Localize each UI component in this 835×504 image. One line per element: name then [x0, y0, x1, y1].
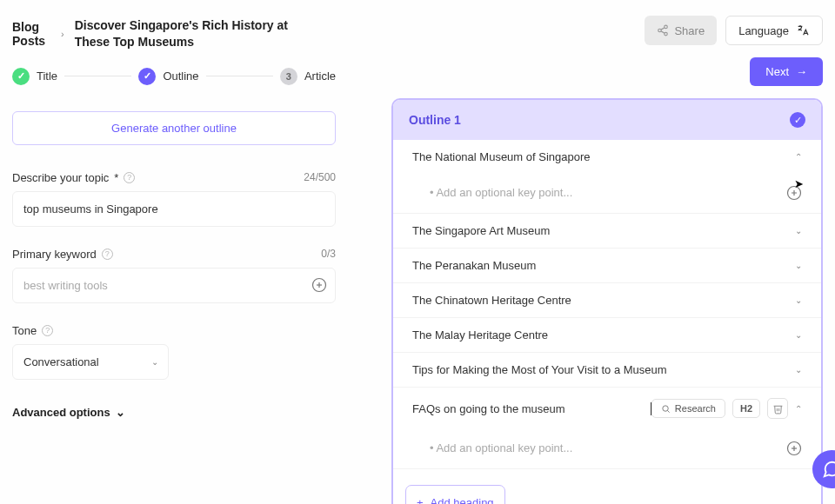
step-divider [206, 76, 273, 76]
outline-item-title: The Chinatown Heritage Centre [412, 294, 795, 307]
add-heading-button[interactable]: + Add heading [405, 485, 505, 504]
heading-level-button[interactable]: H2 [732, 399, 760, 418]
chevron-up-icon[interactable]: ⌃ [795, 152, 802, 162]
keyword-label: Primary keyword ? [12, 248, 113, 261]
plus-icon: + [417, 496, 424, 504]
keyword-counter: 0/3 [321, 248, 336, 260]
next-button[interactable]: Next → [750, 57, 823, 86]
outline-item[interactable]: The National Museum of Singapore ⌃ [393, 140, 821, 174]
chevron-right-icon: › [61, 29, 64, 39]
topic-input[interactable] [12, 191, 336, 227]
breadcrumb-root[interactable]: Blog Posts [12, 20, 50, 48]
add-keypoint-button[interactable] [786, 185, 802, 201]
svg-line-6 [661, 31, 665, 33]
help-icon[interactable]: ? [102, 249, 113, 260]
add-keypoint-button[interactable] [786, 441, 802, 456]
chevron-down-icon: ⌄ [151, 357, 158, 367]
trash-icon [772, 403, 784, 414]
outline-item-title: The National Museum of Singapore [412, 150, 795, 163]
outline-title: Outline 1 [409, 113, 461, 127]
chevron-up-icon[interactable]: ⌃ [795, 404, 802, 414]
outline-item[interactable]: The Chinatown Heritage Centre⌄ [393, 283, 821, 317]
outline-item-title: Tips for Making the Most of Your Visit t… [412, 363, 795, 376]
outline-item[interactable]: The Malay Heritage Centre⌄ [393, 318, 821, 352]
share-icon [657, 24, 669, 36]
outline-item-title[interactable]: FAQs on going to the museum [412, 402, 651, 415]
help-icon[interactable]: ? [42, 325, 53, 336]
generate-outline-button[interactable]: Generate another outline [12, 111, 336, 145]
breadcrumb-title: Discover Singapore's Rich History at The… [75, 17, 318, 50]
step-label: Outline [163, 70, 198, 83]
svg-line-12 [667, 410, 669, 412]
step-article[interactable]: 3 Article [280, 68, 336, 85]
stepper: ✓ Title ✓ Outline 3 Article [12, 68, 336, 85]
check-icon: ✓ [12, 68, 30, 85]
outline-item-title: The Malay Heritage Centre [412, 328, 795, 342]
step-label: Article [304, 70, 336, 83]
delete-button[interactable] [767, 398, 788, 419]
keyword-input[interactable] [12, 268, 336, 303]
selected-check-icon[interactable]: ✓ [790, 112, 805, 128]
chevron-down-icon[interactable]: ⌄ [795, 330, 802, 340]
outline-item[interactable]: FAQs on going to the museum Research H2 … [393, 388, 821, 429]
check-icon: ✓ [138, 68, 156, 85]
svg-point-3 [665, 25, 668, 29]
keypoint-input[interactable] [412, 182, 786, 202]
outline-item-title: The Peranakan Museum [412, 259, 795, 272]
chevron-down-icon: ⌄ [116, 406, 125, 419]
language-button[interactable]: Language [725, 16, 823, 45]
outline-card: Outline 1 ✓ The National Museum of Singa… [391, 98, 823, 504]
outline-item[interactable]: Tips for Making the Most of Your Visit t… [393, 353, 821, 387]
step-number: 3 [280, 68, 297, 85]
required-asterisk: * [114, 171, 118, 184]
tone-select[interactable]: Conversational [12, 344, 169, 380]
search-icon [661, 404, 671, 414]
outline-item[interactable]: The Singapore Art Museum⌄ [393, 214, 821, 248]
svg-line-7 [661, 28, 665, 30]
outline-item[interactable]: The Peranakan Museum⌄ [393, 249, 821, 282]
arrow-right-icon: → [796, 65, 807, 78]
research-button[interactable]: Research [651, 399, 725, 418]
step-outline[interactable]: ✓ Outline [138, 68, 198, 85]
topic-counter: 24/500 [304, 171, 336, 183]
chevron-down-icon[interactable]: ⌄ [795, 261, 802, 270]
chat-icon [822, 460, 835, 479]
help-icon[interactable]: ? [124, 172, 135, 183]
svg-point-11 [663, 405, 668, 410]
step-title[interactable]: ✓ Title [12, 68, 57, 85]
topic-label: Describe your topic * ? [12, 171, 135, 184]
chevron-down-icon[interactable]: ⌄ [795, 226, 802, 235]
translate-icon [796, 23, 810, 37]
chevron-down-icon[interactable]: ⌄ [795, 365, 802, 375]
add-keyword-button[interactable] [311, 277, 327, 293]
svg-point-5 [665, 32, 668, 36]
svg-point-4 [658, 29, 662, 32]
step-label: Title [37, 70, 57, 83]
keypoint-input[interactable] [412, 438, 786, 458]
breadcrumb: Blog Posts › Discover Singapore's Rich H… [12, 17, 336, 50]
chevron-down-icon[interactable]: ⌄ [795, 295, 802, 305]
tone-label: Tone ? [12, 324, 53, 337]
share-button[interactable]: Share [645, 16, 717, 45]
outline-item-title: The Singapore Art Museum [412, 224, 795, 237]
step-divider [64, 76, 131, 76]
advanced-options-toggle[interactable]: Advanced options ⌄ [12, 406, 336, 419]
